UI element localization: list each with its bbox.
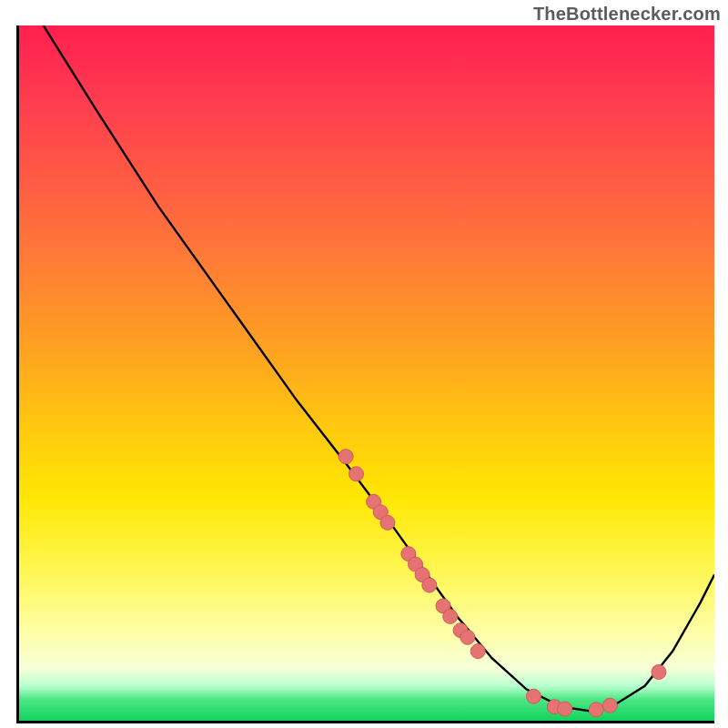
curve-marker: [602, 698, 617, 713]
curve-marker: [443, 609, 458, 623]
curve-marker: [558, 702, 572, 716]
bottleneck-curve-svg: [19, 25, 714, 721]
attribution-text: TheBottlenecker.com: [533, 4, 721, 25]
curve-marker: [652, 665, 666, 680]
marker-group: [339, 450, 666, 717]
curve-marker: [460, 630, 475, 644]
bottleneck-curve-path: [44, 25, 714, 711]
curve-marker: [339, 450, 353, 464]
curve-marker: [349, 467, 364, 481]
curve-marker: [526, 689, 541, 703]
plot-area: [16, 25, 714, 723]
curve-marker: [470, 644, 485, 659]
curve-marker: [422, 578, 437, 592]
curve-marker: [380, 515, 395, 530]
curve-marker: [589, 703, 603, 717]
chart-stage: TheBottlenecker.com: [0, 0, 728, 728]
